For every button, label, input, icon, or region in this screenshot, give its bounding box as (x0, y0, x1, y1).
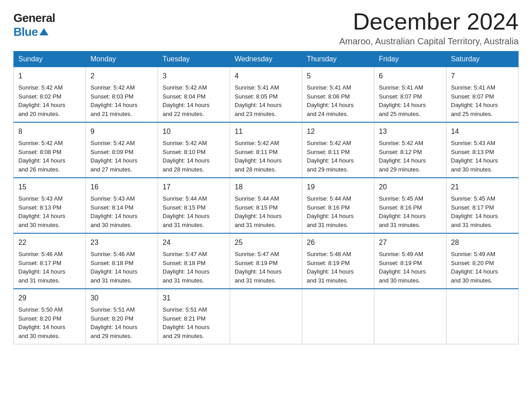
calendar-table: Sunday Monday Tuesday Wednesday Thursday… (13, 51, 519, 344)
day-number: 13 (379, 126, 442, 137)
logo-triangle-icon (39, 28, 48, 35)
header-thursday: Thursday (302, 51, 374, 67)
day-info: Sunrise: 5:51 AM Sunset: 8:20 PM Dayligh… (90, 305, 153, 340)
day-number: 31 (163, 293, 225, 304)
day-number: 14 (451, 126, 514, 137)
day-number: 8 (18, 126, 81, 137)
day-number: 26 (307, 237, 369, 248)
table-row: 2 Sunrise: 5:42 AM Sunset: 8:03 PM Dayli… (86, 67, 158, 123)
logo: General Blue (13, 9, 55, 39)
day-number: 22 (18, 237, 81, 248)
day-number: 19 (307, 182, 369, 193)
day-number: 6 (379, 71, 442, 81)
day-number: 17 (163, 182, 225, 193)
location-title: Amaroo, Australian Capital Territory, Au… (339, 36, 519, 47)
day-info: Sunrise: 5:42 AM Sunset: 8:10 PM Dayligh… (163, 139, 225, 174)
day-number: 27 (379, 237, 442, 248)
week-row-5: 29 Sunrise: 5:50 AM Sunset: 8:20 PM Dayl… (14, 289, 519, 344)
table-row: 15 Sunrise: 5:43 AM Sunset: 8:13 PM Dayl… (14, 178, 86, 233)
table-row: 5 Sunrise: 5:41 AM Sunset: 8:06 PM Dayli… (302, 67, 374, 123)
day-info: Sunrise: 5:41 AM Sunset: 8:05 PM Dayligh… (235, 83, 297, 118)
day-number: 23 (90, 237, 153, 248)
day-info: Sunrise: 5:41 AM Sunset: 8:06 PM Dayligh… (307, 83, 369, 118)
day-info: Sunrise: 5:41 AM Sunset: 8:07 PM Dayligh… (451, 83, 514, 118)
day-info: Sunrise: 5:42 AM Sunset: 8:11 PM Dayligh… (307, 139, 369, 174)
table-row: 9 Sunrise: 5:42 AM Sunset: 8:09 PM Dayli… (86, 122, 158, 178)
table-row: 16 Sunrise: 5:43 AM Sunset: 8:14 PM Dayl… (86, 178, 158, 233)
table-row (374, 289, 446, 344)
table-row: 31 Sunrise: 5:51 AM Sunset: 8:21 PM Dayl… (158, 289, 230, 344)
header-monday: Monday (86, 51, 158, 67)
table-row (446, 289, 519, 344)
month-title: December 2024 (339, 9, 519, 34)
page-header: General Blue December 2024 Amaroo, Austr… (13, 9, 519, 47)
day-info: Sunrise: 5:43 AM Sunset: 8:13 PM Dayligh… (451, 139, 514, 174)
day-info: Sunrise: 5:42 AM Sunset: 8:03 PM Dayligh… (90, 83, 153, 118)
table-row: 24 Sunrise: 5:47 AM Sunset: 8:18 PM Dayl… (158, 233, 230, 289)
logo-general-text: General (13, 11, 55, 25)
table-row: 11 Sunrise: 5:42 AM Sunset: 8:11 PM Dayl… (230, 122, 302, 178)
day-info: Sunrise: 5:42 AM Sunset: 8:11 PM Dayligh… (235, 139, 297, 174)
day-number: 30 (90, 293, 153, 304)
header-friday: Friday (374, 51, 446, 67)
day-info: Sunrise: 5:49 AM Sunset: 8:19 PM Dayligh… (379, 250, 442, 285)
table-row: 23 Sunrise: 5:46 AM Sunset: 8:18 PM Dayl… (86, 233, 158, 289)
table-row: 13 Sunrise: 5:42 AM Sunset: 8:12 PM Dayl… (374, 122, 446, 178)
day-info: Sunrise: 5:44 AM Sunset: 8:15 PM Dayligh… (235, 194, 297, 229)
table-row: 29 Sunrise: 5:50 AM Sunset: 8:20 PM Dayl… (14, 289, 86, 344)
weekday-header-row: Sunday Monday Tuesday Wednesday Thursday… (14, 51, 519, 67)
day-number: 24 (163, 237, 225, 248)
table-row (302, 289, 374, 344)
day-info: Sunrise: 5:41 AM Sunset: 8:07 PM Dayligh… (379, 83, 442, 118)
table-row: 8 Sunrise: 5:42 AM Sunset: 8:08 PM Dayli… (14, 122, 86, 178)
day-info: Sunrise: 5:45 AM Sunset: 8:16 PM Dayligh… (379, 194, 442, 229)
table-row: 12 Sunrise: 5:42 AM Sunset: 8:11 PM Dayl… (302, 122, 374, 178)
day-info: Sunrise: 5:46 AM Sunset: 8:17 PM Dayligh… (18, 250, 81, 285)
day-number: 3 (163, 71, 225, 81)
table-row: 4 Sunrise: 5:41 AM Sunset: 8:05 PM Dayli… (230, 67, 302, 123)
day-info: Sunrise: 5:42 AM Sunset: 8:12 PM Dayligh… (379, 139, 442, 174)
table-row: 26 Sunrise: 5:48 AM Sunset: 8:19 PM Dayl… (302, 233, 374, 289)
day-number: 21 (451, 182, 514, 193)
day-number: 12 (307, 126, 369, 137)
week-row-3: 15 Sunrise: 5:43 AM Sunset: 8:13 PM Dayl… (14, 178, 519, 233)
day-number: 10 (163, 126, 225, 137)
table-row: 14 Sunrise: 5:43 AM Sunset: 8:13 PM Dayl… (446, 122, 519, 178)
day-info: Sunrise: 5:44 AM Sunset: 8:15 PM Dayligh… (163, 194, 225, 229)
day-info: Sunrise: 5:43 AM Sunset: 8:14 PM Dayligh… (90, 194, 153, 229)
table-row: 22 Sunrise: 5:46 AM Sunset: 8:17 PM Dayl… (14, 233, 86, 289)
header-tuesday: Tuesday (158, 51, 230, 67)
day-info: Sunrise: 5:42 AM Sunset: 8:08 PM Dayligh… (18, 139, 81, 174)
table-row: 6 Sunrise: 5:41 AM Sunset: 8:07 PM Dayli… (374, 67, 446, 123)
day-info: Sunrise: 5:46 AM Sunset: 8:18 PM Dayligh… (90, 250, 153, 285)
week-row-2: 8 Sunrise: 5:42 AM Sunset: 8:08 PM Dayli… (14, 122, 519, 178)
day-number: 15 (18, 182, 81, 193)
logo-blue-text: Blue (13, 25, 48, 39)
day-number: 18 (235, 182, 297, 193)
day-info: Sunrise: 5:42 AM Sunset: 8:04 PM Dayligh… (163, 83, 225, 118)
day-number: 11 (235, 126, 297, 137)
day-number: 29 (18, 293, 81, 304)
day-number: 4 (235, 71, 297, 81)
table-row (230, 289, 302, 344)
table-row: 27 Sunrise: 5:49 AM Sunset: 8:19 PM Dayl… (374, 233, 446, 289)
day-number: 1 (18, 71, 81, 81)
table-row: 30 Sunrise: 5:51 AM Sunset: 8:20 PM Dayl… (86, 289, 158, 344)
day-number: 28 (451, 237, 514, 248)
table-row: 19 Sunrise: 5:44 AM Sunset: 8:16 PM Dayl… (302, 178, 374, 233)
table-row: 18 Sunrise: 5:44 AM Sunset: 8:15 PM Dayl… (230, 178, 302, 233)
day-number: 16 (90, 182, 153, 193)
day-info: Sunrise: 5:48 AM Sunset: 8:19 PM Dayligh… (307, 250, 369, 285)
table-row: 25 Sunrise: 5:47 AM Sunset: 8:19 PM Dayl… (230, 233, 302, 289)
header-saturday: Saturday (446, 51, 519, 67)
table-row: 1 Sunrise: 5:42 AM Sunset: 8:02 PM Dayli… (14, 67, 86, 123)
day-info: Sunrise: 5:49 AM Sunset: 8:20 PM Dayligh… (451, 250, 514, 285)
day-info: Sunrise: 5:42 AM Sunset: 8:09 PM Dayligh… (90, 139, 153, 174)
day-info: Sunrise: 5:42 AM Sunset: 8:02 PM Dayligh… (18, 83, 81, 118)
day-info: Sunrise: 5:45 AM Sunset: 8:17 PM Dayligh… (451, 194, 514, 229)
day-info: Sunrise: 5:44 AM Sunset: 8:16 PM Dayligh… (307, 194, 369, 229)
day-number: 7 (451, 71, 514, 81)
week-row-4: 22 Sunrise: 5:46 AM Sunset: 8:17 PM Dayl… (14, 233, 519, 289)
day-number: 9 (90, 126, 153, 137)
day-info: Sunrise: 5:51 AM Sunset: 8:21 PM Dayligh… (163, 305, 225, 340)
